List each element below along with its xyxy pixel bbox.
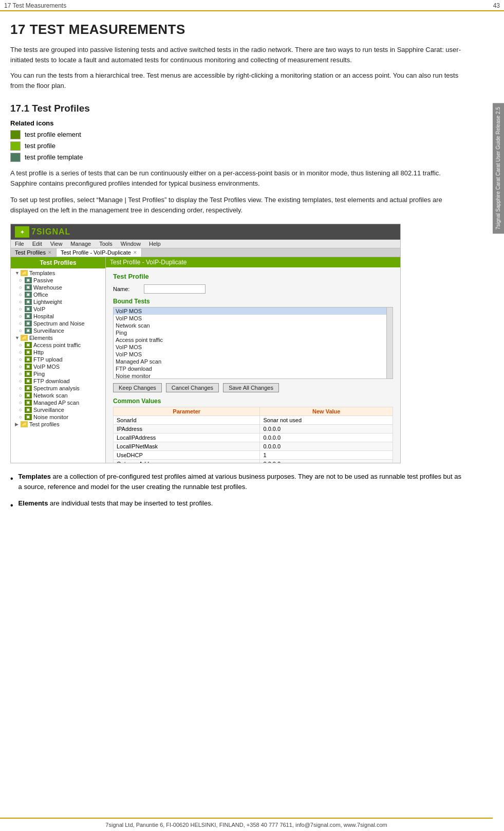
test-list-item[interactable]: FTP download [114,365,393,372]
tree-item[interactable]: ○▣VoIP MOS [11,363,105,370]
tree-toggle-icon: ○ [19,328,23,333]
menu-edit[interactable]: Edit [32,241,42,247]
tree-toggle-icon: ○ [19,299,23,304]
tree-item[interactable]: ○▣Spectrum analysis [11,385,105,392]
test-list-item[interactable]: Managed AP scan [114,358,393,365]
test-list-container[interactable]: VoIP MOSVoIP MOSNetwork scanPingAccess p… [113,307,393,379]
tree-item-icon: ▣ [25,306,32,312]
table-header-parameter: Parameter [114,407,260,416]
name-row: Name: [113,284,393,294]
menu-tools[interactable]: Tools [99,241,113,247]
menu-help[interactable]: Help [149,241,161,247]
bullet-text-2: Elements are individual tests that may b… [18,498,213,512]
tab-test-profiles-close[interactable]: ✕ [48,250,52,255]
tree-item[interactable]: ▼📁Templates [11,269,105,277]
tree-item[interactable]: ○▣Http [11,349,105,356]
related-icons-heading: Related icons [10,119,462,127]
tree-item[interactable]: ○▣Network scan [11,392,105,399]
test-list-item[interactable]: Noise monitor [114,372,393,379]
app-body: Test Profiles ▼📁Templates○▣Passive○▣Ware… [11,257,400,463]
tree-toggle-icon: ○ [19,364,23,369]
tree-item-label: Surveillance [33,407,64,413]
intro-para-2: You can run the tests from a hierarchica… [10,70,462,91]
test-list-item[interactable]: VoIP MOS [114,351,393,358]
tree-toggle-icon: ○ [19,407,23,412]
test-list-scrollbar[interactable] [386,308,393,378]
tree-item-label: Warehouse [33,284,62,291]
tree-item-label: VoIP [33,306,45,312]
tree-item[interactable]: ○▣Office [11,291,105,298]
tree-item-label: Templates [29,270,55,276]
bullet-dot-1: • [10,473,13,492]
page-number: 43 [493,2,500,9]
tree-item-icon: ▣ [25,328,32,334]
footer-text: 7signal Ltd, Panuntie 6, FI-00620 HELSIN… [105,822,387,828]
tab-voip-duplicate-close[interactable]: ✕ [133,250,137,255]
tree-item-label: Access point traffic [33,342,81,348]
test-list-item[interactable]: VoIP MOS [114,344,393,351]
tree-item-icon: 📁 [21,421,28,427]
tree-item-icon: ▣ [25,277,32,283]
cancel-changes-button[interactable]: Cancel Changes [166,383,219,392]
left-panel: Test Profiles ▼📁Templates○▣Passive○▣Ware… [11,257,106,463]
section-17-1-title: 17.1 Test Profiles [10,103,462,114]
tree-item[interactable]: ○▣VoIP [11,305,105,313]
tab-test-profiles[interactable]: Test Profiles ✕ [11,248,57,257]
bullet-dot-2: • [10,499,13,512]
tree-item[interactable]: ○▣FTP download [11,377,105,385]
tree-item[interactable]: ○▣Passive [11,277,105,284]
tree-item[interactable]: ○▣Hospital [11,313,105,320]
test-list-item[interactable]: Network scan [114,322,393,329]
tree-item[interactable]: ○▣Noise monitor [11,413,105,421]
table-row: UseDHCP1 [114,451,393,460]
tree-item[interactable]: ○▣Spectrum and Noise [11,320,105,327]
tree-item[interactable]: ○▣FTP upload [11,356,105,363]
tree-item-icon: ▣ [25,400,32,406]
tree-item-label: Noise monitor [33,414,68,420]
tree-item[interactable]: ○▣Ping [11,370,105,377]
tree-item-icon: ▣ [25,371,32,377]
tree-item-icon: ▣ [25,392,32,399]
test-list-item[interactable]: Ping [114,329,393,336]
tree-item-label: Surveillance [33,328,64,334]
tree-item-label: Passive [33,277,53,283]
tree-item[interactable]: ○▣Access point traffic [11,341,105,349]
right-panel-content: Test Profile Name: Bound Tests VoIP MOSV… [106,267,400,463]
tree-item[interactable]: ○▣Surveillance [11,406,105,413]
tree-toggle-icon: ○ [19,342,23,348]
tree-toggle-icon: ▼ [15,270,19,276]
tree-item-label: Office [33,292,48,298]
tree-item[interactable]: ○▣Surveillance [11,327,105,334]
common-values-title: Common Values [113,398,393,405]
tree-container[interactable]: ▼📁Templates○▣Passive○▣Warehouse○▣Office○… [11,268,105,463]
tree-item-icon: ▣ [25,299,32,305]
tree-item[interactable]: ○▣Managed AP scan [11,399,105,406]
tree-item-icon: ▣ [25,284,32,291]
tree-item[interactable]: ▼📁Elements [11,334,105,341]
menu-view[interactable]: View [50,241,63,247]
app-menubar[interactable]: File Edit View Manage Tools Window Help [11,240,400,248]
save-all-changes-button[interactable]: Save All Changes [223,383,279,392]
tree-item[interactable]: ○▣Warehouse [11,284,105,291]
tab-voip-duplicate[interactable]: Test Profile - VoIP-Duplicate ✕ [57,248,142,257]
bound-tests-label: Bound Tests [113,298,393,305]
tree-item[interactable]: ▶📁Test profiles [11,421,105,428]
bullet-bold-2: Elements [18,499,48,507]
test-list-item[interactable]: VoIP MOS [114,308,393,315]
test-list-item[interactable]: Access point traffic [114,336,393,344]
footer: 7signal Ltd, Panuntie 6, FI-00620 HELSIN… [0,818,493,831]
tree-item-label: Hospital [33,313,54,319]
test-list-item[interactable]: VoIP MOS [114,315,393,322]
tree-item-icon: ▣ [25,385,32,391]
name-input[interactable] [144,284,206,294]
menu-manage[interactable]: Manage [70,241,91,247]
keep-changes-button[interactable]: Keep Changes [113,383,162,392]
app-logo: ✦ 7SIGNAL [15,226,70,238]
menu-file[interactable]: File [15,241,24,247]
menu-window[interactable]: Window [121,241,141,247]
tree-item[interactable]: ○▣Lightweight [11,298,105,305]
logo-text: 7SIGNAL [31,227,70,237]
tree-toggle-icon: ○ [19,278,23,283]
bullet-rest-1: are a collection of pre-configured test … [18,473,461,491]
bullet-item-2: • Elements are individual tests that may… [10,498,462,512]
